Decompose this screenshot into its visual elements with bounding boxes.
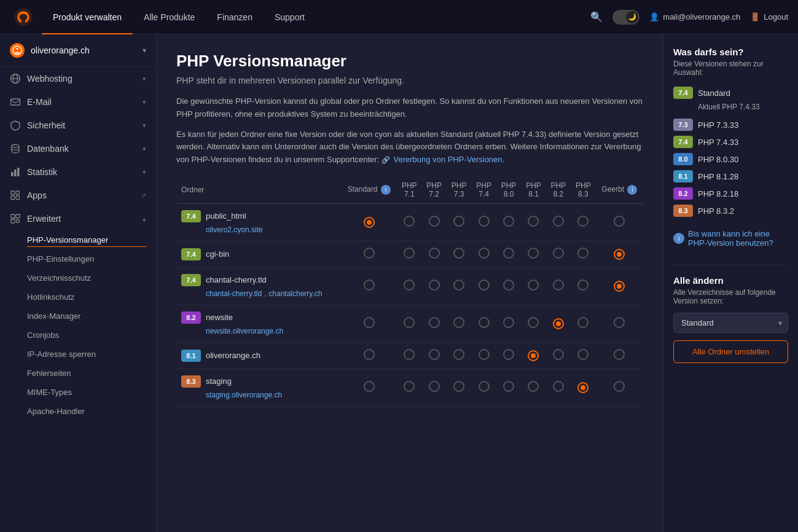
- radio-cell-74[interactable]: [471, 203, 496, 241]
- radio-cell-81[interactable]: [521, 241, 546, 267]
- sidebar-subitem-php-versionsmanager[interactable]: PHP-Versionsmanager: [0, 230, 156, 249]
- radio-cell-72[interactable]: [421, 369, 446, 406]
- radio-cell-74[interactable]: [471, 305, 496, 342]
- radio-cell-83[interactable]: [571, 342, 595, 369]
- sidebar-item-sicherheit[interactable]: Sicherheit ▾: [0, 114, 156, 137]
- user-email[interactable]: 👤 mail@oliverorange.ch: [649, 12, 740, 22]
- radio-83[interactable]: [577, 382, 589, 393]
- radio-83[interactable]: [577, 349, 589, 360]
- radio-cell-72[interactable]: [421, 203, 446, 241]
- alle-ordner-umstellen-button[interactable]: Alle Ordner umstellen: [673, 340, 788, 363]
- radio-cell-74[interactable]: [471, 342, 496, 369]
- radio-cell-standard[interactable]: [342, 241, 397, 267]
- radio-72[interactable]: [429, 216, 440, 227]
- sidebar-item-email[interactable]: E-Mail ▾: [0, 90, 156, 114]
- radio-cell-82[interactable]: [546, 369, 571, 406]
- radio-72[interactable]: [429, 349, 440, 360]
- radio-82[interactable]: [553, 248, 564, 259]
- folder-link[interactable]: chantal-cherry.tld: [206, 289, 262, 298]
- account-selector[interactable]: oliverorange.ch ▾: [0, 34, 156, 67]
- sidebar-subitem-verzeichnisschutz[interactable]: Verzeichnisschutz: [0, 268, 156, 288]
- radio-standard[interactable]: [364, 217, 375, 228]
- radio-cell-83[interactable]: [571, 241, 595, 267]
- radio-geerbt[interactable]: [614, 381, 625, 392]
- radio-74[interactable]: [479, 317, 490, 328]
- nav-alle-produkte[interactable]: Alle Produkte: [133, 0, 206, 34]
- radio-standard[interactable]: [364, 248, 375, 259]
- radio-cell-standard[interactable]: [342, 369, 397, 406]
- radio-standard[interactable]: [364, 317, 375, 328]
- radio-80[interactable]: [503, 381, 514, 392]
- radio-cell-74[interactable]: [471, 267, 496, 305]
- radio-cell-71[interactable]: [397, 342, 421, 369]
- radio-71[interactable]: [404, 317, 415, 328]
- radio-80[interactable]: [503, 248, 514, 259]
- radio-81[interactable]: [528, 317, 539, 328]
- radio-cell-80[interactable]: [496, 342, 521, 369]
- radio-cell-71[interactable]: [397, 241, 421, 267]
- radio-standard[interactable]: [364, 280, 375, 291]
- radio-81[interactable]: [528, 216, 539, 227]
- nav-support[interactable]: Support: [264, 0, 316, 34]
- sidebar-subitem-mime-types[interactable]: MIME-Types: [0, 383, 156, 402]
- radio-83[interactable]: [577, 317, 589, 328]
- radio-82[interactable]: [553, 381, 564, 392]
- php-info-link[interactable]: i Bis wann kann ich eine PHP-Version ben…: [673, 227, 788, 250]
- radio-cell-standard[interactable]: [342, 342, 397, 369]
- radio-80[interactable]: [503, 349, 514, 360]
- radio-74[interactable]: [479, 349, 490, 360]
- radio-cell-73[interactable]: [447, 203, 471, 241]
- radio-cell-standard[interactable]: [342, 305, 397, 342]
- radio-cell-80[interactable]: [496, 267, 521, 305]
- radio-74[interactable]: [479, 381, 490, 392]
- radio-73[interactable]: [453, 381, 464, 392]
- radio-81[interactable]: [528, 248, 539, 259]
- radio-cell-81[interactable]: [521, 203, 546, 241]
- radio-81[interactable]: [528, 381, 539, 392]
- radio-cell-72[interactable]: [421, 305, 446, 342]
- sidebar-subitem-cronjobs[interactable]: Cronjobs: [0, 326, 156, 345]
- radio-71[interactable]: [404, 248, 415, 259]
- standard-info-icon[interactable]: i: [381, 185, 391, 195]
- radio-cell-80[interactable]: [496, 369, 521, 406]
- radio-cell-81[interactable]: [521, 369, 546, 406]
- radio-73[interactable]: [453, 216, 464, 227]
- vererbung-link[interactable]: 🔗 Vererbung von PHP-Versionen.: [381, 155, 504, 164]
- theme-toggle[interactable]: 🌙: [612, 10, 640, 25]
- radio-82[interactable]: [553, 349, 564, 360]
- radio-73[interactable]: [453, 248, 464, 259]
- radio-cell-geerbt[interactable]: [596, 369, 643, 406]
- radio-cell-83[interactable]: [571, 267, 595, 305]
- radio-80[interactable]: [503, 280, 514, 291]
- radio-73[interactable]: [453, 317, 464, 328]
- radio-cell-geerbt[interactable]: [596, 203, 643, 241]
- nav-finanzen[interactable]: Finanzen: [206, 0, 264, 34]
- sidebar-subitem-index-manager[interactable]: Index-Manager: [0, 307, 156, 326]
- radio-cell-standard[interactable]: [342, 203, 397, 241]
- radio-cell-72[interactable]: [421, 342, 446, 369]
- folder-link-2[interactable]: chantalcherry.ch: [268, 289, 322, 298]
- nav-produkt-verwalten[interactable]: Produkt verwalten: [42, 0, 133, 34]
- radio-geerbt[interactable]: [614, 216, 625, 227]
- radio-cell-73[interactable]: [447, 267, 471, 305]
- radio-standard[interactable]: [364, 381, 375, 392]
- radio-cell-83[interactable]: [571, 305, 595, 342]
- radio-cell-82[interactable]: [546, 241, 571, 267]
- radio-80[interactable]: [503, 216, 514, 227]
- radio-71[interactable]: [404, 381, 415, 392]
- logout-button[interactable]: 🚪 Logout: [750, 12, 788, 22]
- folder-link[interactable]: newsite.oliverorange.ch: [206, 327, 283, 335]
- radio-cell-geerbt[interactable]: [596, 267, 643, 305]
- radio-cell-82[interactable]: [546, 267, 571, 305]
- radio-geerbt[interactable]: [614, 281, 625, 292]
- radio-71[interactable]: [404, 349, 415, 360]
- sidebar-subitem-fehlerseiten[interactable]: Fehlerseiten: [0, 364, 156, 383]
- radio-cell-geerbt[interactable]: [596, 342, 643, 369]
- radio-74[interactable]: [479, 280, 490, 291]
- radio-72[interactable]: [429, 280, 440, 291]
- radio-71[interactable]: [404, 280, 415, 291]
- radio-cell-73[interactable]: [447, 305, 471, 342]
- radio-81[interactable]: [528, 280, 539, 291]
- radio-80[interactable]: [503, 317, 514, 328]
- radio-cell-81[interactable]: [521, 267, 546, 305]
